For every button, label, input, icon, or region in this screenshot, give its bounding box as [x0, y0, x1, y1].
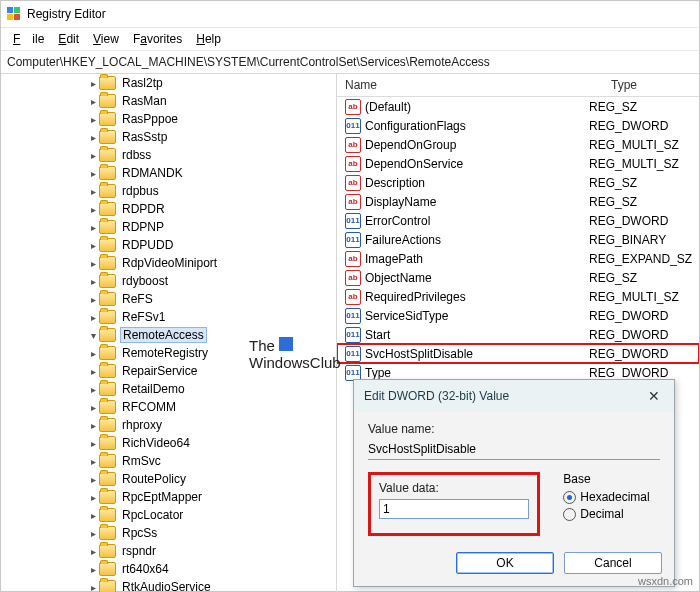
- tree-node[interactable]: ▸Rasl2tp: [1, 74, 336, 92]
- tree-node[interactable]: ▸RDPDR: [1, 200, 336, 218]
- tree-node[interactable]: ▸RFCOMM: [1, 398, 336, 416]
- string-value-icon: ab: [345, 194, 361, 210]
- value-row[interactable]: 011StartREG_DWORD: [337, 325, 699, 344]
- ok-button[interactable]: OK: [456, 552, 554, 574]
- value-row[interactable]: 011ServiceSidTypeREG_DWORD: [337, 306, 699, 325]
- column-type[interactable]: Type: [603, 78, 699, 92]
- tree-node[interactable]: ▸RichVideo64: [1, 434, 336, 452]
- chevron-icon[interactable]: ▸: [87, 582, 99, 593]
- tree-node[interactable]: ▸rspndr: [1, 542, 336, 560]
- dialog-close-button[interactable]: ✕: [644, 388, 664, 404]
- chevron-icon[interactable]: ▸: [87, 258, 99, 269]
- menu-edit[interactable]: Edit: [52, 30, 85, 48]
- chevron-icon[interactable]: ▸: [87, 564, 99, 575]
- tree-label: RDPDR: [120, 202, 167, 216]
- menu-help[interactable]: Help: [190, 30, 227, 48]
- value-name: DependOnGroup: [365, 138, 589, 152]
- chevron-icon[interactable]: ▸: [87, 114, 99, 125]
- chevron-icon[interactable]: ▸: [87, 456, 99, 467]
- menu-file[interactable]: File: [7, 30, 50, 48]
- chevron-icon[interactable]: ▸: [87, 420, 99, 431]
- menu-view[interactable]: View: [87, 30, 125, 48]
- address-bar[interactable]: Computer\HKEY_LOCAL_MACHINE\SYSTEM\Curre…: [1, 51, 699, 74]
- tree-node[interactable]: ▸RetailDemo: [1, 380, 336, 398]
- value-name: FailureActions: [365, 233, 589, 247]
- chevron-icon[interactable]: ▸: [87, 240, 99, 251]
- chevron-icon[interactable]: ▸: [87, 348, 99, 359]
- chevron-icon[interactable]: ▸: [87, 186, 99, 197]
- value-type: REG_SZ: [589, 100, 699, 114]
- tree-node[interactable]: ▸rt640x64: [1, 560, 336, 578]
- tree-node[interactable]: ▸ReFSv1: [1, 308, 336, 326]
- radio-dec[interactable]: Decimal: [563, 507, 649, 521]
- value-row[interactable]: abDependOnGroupREG_MULTI_SZ: [337, 135, 699, 154]
- tree-node[interactable]: ▸RpcLocator: [1, 506, 336, 524]
- tree-pane[interactable]: ▸Rasl2tp▸RasMan▸RasPppoe▸RasSstp▸rdbss▸R…: [1, 74, 337, 592]
- chevron-icon[interactable]: ▸: [87, 96, 99, 107]
- tree-node[interactable]: ▸RDPUDD: [1, 236, 336, 254]
- chevron-icon[interactable]: ▸: [87, 150, 99, 161]
- chevron-icon[interactable]: ▸: [87, 384, 99, 395]
- tree-node[interactable]: ▸rdbss: [1, 146, 336, 164]
- value-row[interactable]: abRequiredPrivilegesREG_MULTI_SZ: [337, 287, 699, 306]
- tree-node[interactable]: ▸rdyboost: [1, 272, 336, 290]
- value-name-field[interactable]: SvcHostSplitDisable: [368, 440, 660, 460]
- value-row[interactable]: ab(Default)REG_SZ: [337, 97, 699, 116]
- radio-hex[interactable]: Hexadecimal: [563, 490, 649, 504]
- tree-node[interactable]: ▸RpcSs: [1, 524, 336, 542]
- chevron-icon[interactable]: ▸: [87, 294, 99, 305]
- chevron-icon[interactable]: ▸: [87, 168, 99, 179]
- value-row[interactable]: abDescriptionREG_SZ: [337, 173, 699, 192]
- value-row[interactable]: 011FailureActionsREG_BINARY: [337, 230, 699, 249]
- tree-label: Rasl2tp: [120, 76, 165, 90]
- edit-dword-dialog: Edit DWORD (32-bit) Value ✕ Value name: …: [353, 379, 675, 587]
- chevron-icon[interactable]: ▾: [87, 330, 99, 341]
- tree-node[interactable]: ▸RasMan: [1, 92, 336, 110]
- menu-favorites[interactable]: Favorites: [127, 30, 188, 48]
- value-row[interactable]: 011ErrorControlREG_DWORD: [337, 211, 699, 230]
- value-row[interactable]: abImagePathREG_EXPAND_SZ: [337, 249, 699, 268]
- chevron-icon[interactable]: ▸: [87, 402, 99, 413]
- folder-icon: [99, 562, 116, 576]
- value-row[interactable]: abDependOnServiceREG_MULTI_SZ: [337, 154, 699, 173]
- column-name[interactable]: Name: [337, 78, 603, 92]
- tree-node[interactable]: ▸rdpbus: [1, 182, 336, 200]
- tree-node[interactable]: ▸RDPNP: [1, 218, 336, 236]
- chevron-icon[interactable]: ▸: [87, 132, 99, 143]
- tree-node[interactable]: ▸RasSstp: [1, 128, 336, 146]
- tree-node[interactable]: ▸RpcEptMapper: [1, 488, 336, 506]
- folder-icon: [99, 508, 116, 522]
- tree-node[interactable]: ▸RmSvc: [1, 452, 336, 470]
- chevron-icon[interactable]: ▸: [87, 438, 99, 449]
- value-row[interactable]: 011ConfigurationFlagsREG_DWORD: [337, 116, 699, 135]
- chevron-icon[interactable]: ▸: [87, 528, 99, 539]
- chevron-icon[interactable]: ▸: [87, 492, 99, 503]
- chevron-icon[interactable]: ▸: [87, 366, 99, 377]
- value-row[interactable]: abDisplayNameREG_SZ: [337, 192, 699, 211]
- chevron-icon[interactable]: ▸: [87, 276, 99, 287]
- tree-node[interactable]: ▸RdpVideoMiniport: [1, 254, 336, 272]
- tree-node[interactable]: ▸RoutePolicy: [1, 470, 336, 488]
- tree-node[interactable]: ▸RtkAudioService: [1, 578, 336, 592]
- chevron-icon[interactable]: ▸: [87, 204, 99, 215]
- chevron-icon[interactable]: ▸: [87, 78, 99, 89]
- chevron-icon[interactable]: ▸: [87, 474, 99, 485]
- folder-icon: [99, 184, 116, 198]
- tree-label: rdyboost: [120, 274, 170, 288]
- chevron-icon[interactable]: ▸: [87, 222, 99, 233]
- folder-icon: [99, 418, 116, 432]
- chevron-icon[interactable]: ▸: [87, 312, 99, 323]
- value-name: Type: [365, 366, 589, 380]
- tree-node[interactable]: ▸RDMANDK: [1, 164, 336, 182]
- folder-icon: [99, 130, 116, 144]
- chevron-icon[interactable]: ▸: [87, 546, 99, 557]
- value-row[interactable]: abObjectNameREG_SZ: [337, 268, 699, 287]
- tree-node[interactable]: ▸rhproxy: [1, 416, 336, 434]
- tree-label: RdpVideoMiniport: [120, 256, 219, 270]
- cancel-button[interactable]: Cancel: [564, 552, 662, 574]
- chevron-icon[interactable]: ▸: [87, 510, 99, 521]
- value-data-input[interactable]: [379, 499, 529, 519]
- tree-node[interactable]: ▸ReFS: [1, 290, 336, 308]
- tree-node[interactable]: ▸RasPppoe: [1, 110, 336, 128]
- value-row[interactable]: 011SvcHostSplitDisableREG_DWORD: [337, 344, 699, 363]
